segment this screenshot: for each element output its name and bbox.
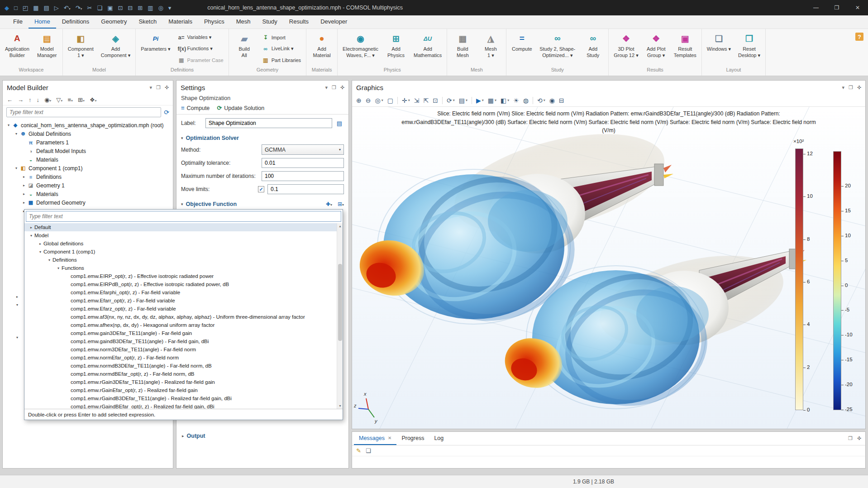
pin-icon[interactable]: ✜ <box>340 85 344 91</box>
menu-physics[interactable]: Physics <box>198 15 230 29</box>
popup-item-fn[interactable]: comp1.emw.Efarphi_opt(r, z) - Far-field … <box>24 288 343 297</box>
move-limits-checkbox[interactable]: ✓ <box>258 186 264 192</box>
popup-item-fn[interactable]: comp1.emw.EIRPdB_opt(r, z) - Effective i… <box>24 280 343 288</box>
redo-icon[interactable]: ↷▾ <box>76 5 82 11</box>
add-mathematics-button[interactable]: ΔUAdd Mathematics <box>411 31 444 67</box>
scroll-down-icon[interactable]: ▼ <box>337 403 343 409</box>
tree-item-parameters-1[interactable]: πParameters 1 <box>3 138 173 147</box>
zoom-in-icon[interactable]: ⊕ <box>356 97 362 104</box>
delete-icon[interactable]: ⊟ <box>128 5 133 11</box>
paste-icon[interactable]: ▣ <box>107 5 113 11</box>
go-to-yz-view-icon[interactable]: ⇱ <box>423 97 429 104</box>
method-select[interactable]: GCMMA▾ <box>262 144 344 155</box>
import-button[interactable]: ↧Import <box>261 34 302 41</box>
expression-table-icon[interactable]: ⊞▾ <box>338 201 344 207</box>
livelink-button[interactable]: ∞LiveLink ▾ <box>261 45 302 53</box>
collapse-all-icon[interactable]: ≡▾ <box>67 96 73 103</box>
section-optimization-solver[interactable]: ▾Optimization Solver <box>181 135 344 141</box>
refresh-icon[interactable]: ⟳ <box>164 109 169 116</box>
show-icon[interactable]: ◉▾ <box>44 96 51 103</box>
menu-geometry[interactable]: Geometry <box>95 15 133 29</box>
max-iterations-input[interactable] <box>262 171 344 181</box>
popup-item-functions[interactable]: ▾Functions <box>24 264 343 272</box>
update-plot-icon[interactable]: ⟲▾ <box>537 97 545 104</box>
float-icon[interactable]: ❐ <box>156 85 161 91</box>
tree-expand-arrow[interactable]: ▾ <box>13 166 19 170</box>
pin-icon[interactable]: ✜ <box>857 435 861 441</box>
popup-item-fn[interactable]: comp1.emw.normEfar_opt(r, z) - Far-field… <box>24 354 343 362</box>
zoom-extents-icon[interactable]: ▢ <box>387 97 393 104</box>
filter-icon[interactable]: ▽▾ <box>56 96 62 103</box>
scroll-up-icon[interactable]: ▲ <box>337 223 343 229</box>
build-all-button[interactable]: ▰Build All <box>232 31 257 67</box>
tree-item-geometry-1[interactable]: ▸◪Geometry 1 <box>3 181 173 190</box>
add-material-button[interactable]: ●Add Material <box>309 31 334 67</box>
menu-sketch[interactable]: Sketch <box>133 15 162 29</box>
tree-expand-arrow[interactable]: ▾ <box>5 123 12 127</box>
popup-item-fn[interactable]: comp1.emw.rGain3DEfar_TE11(angle) - Real… <box>24 378 343 386</box>
update-solution-action[interactable]: ⟳Update Solution <box>217 105 264 111</box>
orthographic-icon[interactable]: ⊡ <box>433 97 438 104</box>
popup-item-fn[interactable]: comp1.emw.gaindB3DEfar_TE11(angle) - Far… <box>24 337 343 345</box>
minimize-button[interactable]: — <box>806 0 826 15</box>
add-study-button[interactable]: ∞Add Study <box>580 31 606 67</box>
popup-collapse-arrow[interactable]: ▸ <box>28 225 34 230</box>
popup-expand-arrow[interactable]: ▾ <box>28 234 34 238</box>
print-icon[interactable]: ⊟ <box>559 97 564 104</box>
move-down-icon[interactable]: ↓ <box>37 96 40 103</box>
tree-item-root[interactable]: ▾◈conical_horn_lens_antenna_shape_optimi… <box>3 121 173 129</box>
3d-scene[interactable]: x z y <box>352 107 865 429</box>
go-to-default-view-icon[interactable]: ✛▾ <box>402 97 410 104</box>
section-output[interactable]: ▸ Output <box>182 433 205 439</box>
compute-button[interactable]: =Compute <box>509 31 534 67</box>
3d-plot-group-12-button[interactable]: ❖3D Plot Group 12 ▾ <box>611 31 640 67</box>
model-builder-filter-input[interactable] <box>6 107 161 117</box>
pin-icon[interactable]: ✜ <box>857 85 861 91</box>
run-plot-icon[interactable]: ▶▾ <box>476 97 484 104</box>
menu-home[interactable]: Home <box>29 15 56 29</box>
popup-item-fn[interactable]: comp1.emw.afhex(np, dx, dy) - Hexagonal … <box>24 321 343 329</box>
optimality-tolerance-input[interactable] <box>262 158 344 168</box>
move-limits-input[interactable] <box>267 184 344 194</box>
add-component-button[interactable]: ◈Add Component ▾ <box>99 31 133 67</box>
popup-item-fn[interactable]: comp1.emw.EIRP_opt(r, z) - Effective iso… <box>24 272 343 280</box>
print-icon[interactable]: ▤ <box>43 5 49 11</box>
functions-button[interactable]: f(x)Functions ▾ <box>176 45 225 53</box>
copy-log-icon[interactable]: ❏ <box>366 447 371 454</box>
section-objective-function[interactable]: ▾Objective Function✚▾⊞▾ <box>181 201 344 207</box>
popup-expand-arrow[interactable]: ▾ <box>37 250 43 254</box>
popup-expand-arrow[interactable]: ▾ <box>46 258 52 262</box>
electromagnetic-waves-button[interactable]: ◉Electromagnetic Waves, F... ▾ <box>340 31 381 67</box>
forward-icon[interactable]: → <box>18 96 24 103</box>
popup-item-fn[interactable]: comp1.emw.normdBEfar_opt(r, z) - Far-fie… <box>24 370 343 378</box>
scene-light-icon[interactable]: ☀ <box>513 97 519 104</box>
tag-icon[interactable]: ❖▾ <box>90 96 97 103</box>
build-mesh-button[interactable]: ▦Build Mesh <box>450 31 475 67</box>
part-libraries-button[interactable]: ▥Part Libraries <box>261 57 302 64</box>
parameters-button[interactable]: PiParameters ▾ <box>138 31 172 67</box>
scrollbar-thumb[interactable] <box>338 264 342 341</box>
hidden-node-arrow[interactable]: ▾ <box>16 303 18 307</box>
maximize-button[interactable]: ❐ <box>826 0 847 15</box>
menu-materials[interactable]: Materials <box>162 15 198 29</box>
menu-results[interactable]: Results <box>283 15 315 29</box>
float-icon[interactable]: ❐ <box>849 85 853 91</box>
collapse-icon[interactable]: ▾ <box>149 85 152 91</box>
hidden-node-arrow[interactable]: ▾ <box>16 335 18 340</box>
popup-item-definitions[interactable]: ▾Definitions <box>24 256 343 264</box>
tree-item-default-model-inputs[interactable]: ◑Default Model Inputs <box>3 147 173 155</box>
collapse-icon[interactable]: ▾ <box>842 85 844 91</box>
zoom-selected-icon[interactable]: ◎▾ <box>375 97 383 104</box>
menu-file[interactable]: File <box>7 15 29 29</box>
popup-item-model[interactable]: ▾Model <box>24 231 343 239</box>
hidden-node-arrow[interactable]: ▸ <box>16 295 18 299</box>
back-icon[interactable]: ← <box>7 96 13 103</box>
new-file-icon[interactable]: □ <box>14 5 18 11</box>
mesh-1-button[interactable]: ◮Mesh 1 ▾ <box>478 31 503 67</box>
help-button[interactable]: ? <box>855 33 863 41</box>
copy-icon[interactable]: ❏ <box>97 5 103 11</box>
tree-item-component-1[interactable]: ▾◧Component 1 (comp1) <box>3 164 173 172</box>
rename-icon[interactable]: ▤ <box>335 119 344 128</box>
color-table-icon[interactable]: ◧▾ <box>501 97 509 104</box>
scene-rotation-icon[interactable]: ⟳▾ <box>447 97 455 104</box>
